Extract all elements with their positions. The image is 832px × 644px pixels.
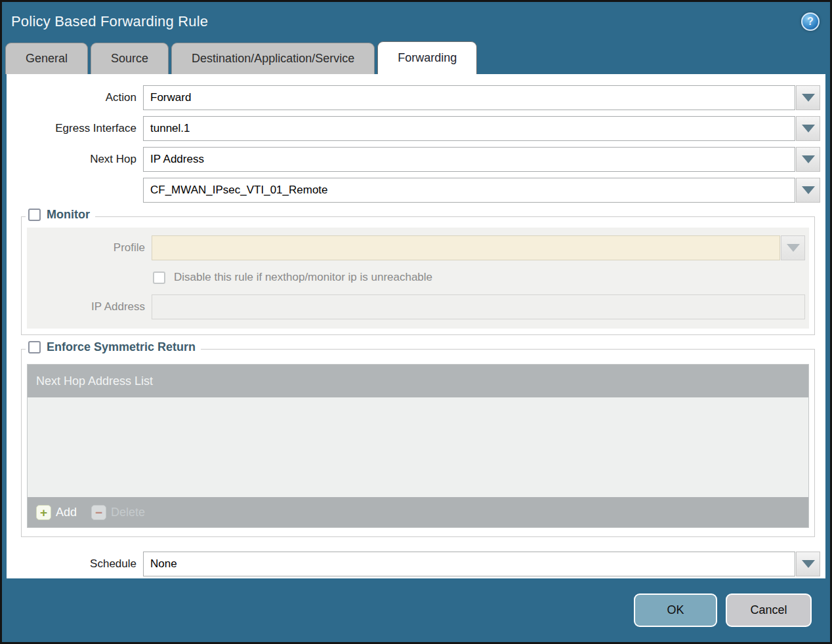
tab-content-forwarding: Action Forward Egress Interface tunnel.1… [7,74,825,578]
egress-interface-combo: tunnel.1 [143,116,820,141]
chevron-down-icon [787,244,800,252]
help-icon[interactable]: ? [801,12,820,31]
monitor-checkbox[interactable] [28,209,41,221]
chevron-down-icon [802,125,815,132]
next-hop-address-dropdown-button[interactable] [796,178,820,203]
next-hop-address-list-header: Next Hop Address List [28,365,808,397]
enforce-symmetric-return-title: Enforce Symmetric Return [47,340,196,354]
monitor-ip-address-row: IP Address [27,294,809,319]
chevron-down-icon [802,186,815,194]
tab-destination-application-service[interactable]: Destination/Application/Service [171,43,375,74]
cancel-button[interactable]: Cancel [726,594,812,627]
disable-rule-label: Disable this rule if nexthop/monitor ip … [174,271,432,284]
tab-general[interactable]: General [5,43,88,74]
schedule-row: Schedule None [7,552,820,576]
enforce-symmetric-return-section: Enforce Symmetric Return Next Hop Addres… [21,349,815,537]
add-icon: + [36,505,51,520]
next-hop-address-row: CF_MWAN_IPsec_VTI_01_Remote [7,178,820,203]
next-hop-address-spacer [7,178,143,203]
delete-button-label: Delete [111,506,145,519]
tab-source[interactable]: Source [91,43,169,74]
chevron-down-icon [802,94,815,102]
disable-rule-checkbox [153,272,165,284]
monitor-panel: Profile Disable this rule if nexthop/mon… [27,228,809,329]
profile-combo [152,235,809,260]
monitor-ip-address-label: IP Address [27,294,152,319]
add-button-label: Add [56,506,77,519]
egress-interface-row: Egress Interface tunnel.1 [7,116,820,141]
action-row: Action Forward [7,85,820,110]
dialog-title: Policy Based Forwarding Rule [11,13,208,30]
delete-icon: − [91,505,106,520]
action-label: Action [7,85,143,110]
next-hop-row: Next Hop IP Address [7,147,820,172]
ok-button[interactable]: OK [634,594,717,627]
chevron-down-icon [802,560,815,568]
egress-interface-input[interactable]: tunnel.1 [143,116,795,141]
action-input[interactable]: Forward [143,85,795,110]
schedule-input[interactable]: None [143,552,795,576]
schedule-combo: None [143,552,820,576]
tab-forwarding[interactable]: Forwarding [377,41,477,74]
monitor-legend: Monitor [26,208,95,222]
monitor-section: Monitor Profile Disable this rule if nex… [21,216,815,335]
next-hop-address-list-table: Next Hop Address List + Add − Delete [27,364,809,528]
enforce-symmetric-return-legend: Enforce Symmetric Return [26,340,201,354]
monitor-title: Monitor [47,208,90,222]
tab-bar: General Source Destination/Application/S… [2,41,830,74]
next-hop-address-list-toolbar: + Add − Delete [28,497,808,527]
monitor-ip-address-input [152,294,805,319]
dialog-frame: Policy Based Forwarding Rule ? General S… [0,0,832,644]
egress-interface-label: Egress Interface [7,116,143,141]
next-hop-type-input[interactable]: IP Address [143,147,795,172]
dialog-titlebar: Policy Based Forwarding Rule ? [2,2,830,41]
disable-rule-row: Disable this rule if nexthop/monitor ip … [153,271,809,284]
dialog-footer: OK Cancel [2,578,830,642]
next-hop-combo: IP Address [143,147,820,172]
chevron-down-icon [802,155,815,163]
delete-button[interactable]: − Delete [91,505,145,520]
schedule-label: Schedule [7,552,143,576]
profile-dropdown-button [781,235,805,260]
next-hop-dropdown-button[interactable] [796,147,820,172]
next-hop-address-combo: CF_MWAN_IPsec_VTI_01_Remote [143,178,820,203]
enforce-symmetric-return-checkbox[interactable] [28,341,41,353]
profile-row: Profile [27,235,809,260]
egress-interface-dropdown-button[interactable] [796,116,820,141]
monitor-ip-address-field [152,294,809,319]
next-hop-address-input[interactable]: CF_MWAN_IPsec_VTI_01_Remote [143,178,795,203]
action-dropdown-button[interactable] [796,85,820,110]
schedule-dropdown-button[interactable] [796,552,820,576]
next-hop-address-list-body[interactable] [28,397,808,497]
add-button[interactable]: + Add [36,505,77,520]
profile-label: Profile [27,235,152,260]
action-combo: Forward [143,85,820,110]
next-hop-label: Next Hop [7,147,143,172]
profile-input [152,235,780,260]
